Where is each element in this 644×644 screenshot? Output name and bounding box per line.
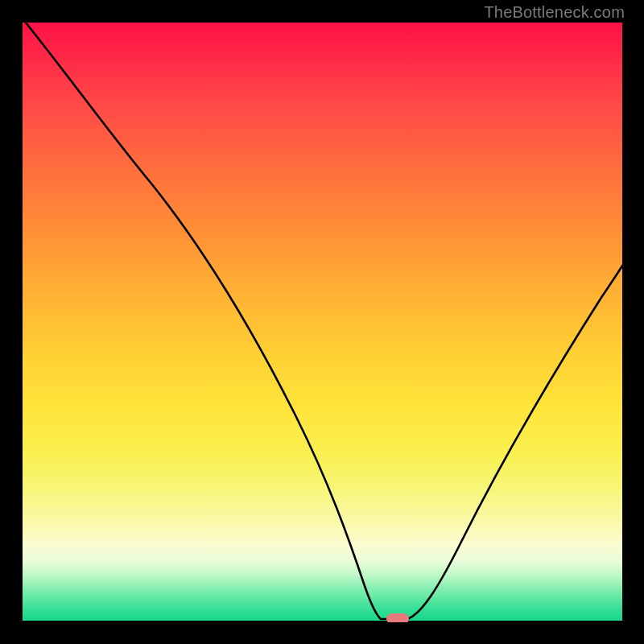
watermark-text: TheBottleneck.com xyxy=(484,3,625,22)
line-chart xyxy=(23,23,622,622)
plot-area xyxy=(23,23,622,622)
chart-frame: TheBottleneck.com xyxy=(0,0,644,644)
bottleneck-curve-path xyxy=(23,23,622,619)
min-marker xyxy=(386,613,409,622)
